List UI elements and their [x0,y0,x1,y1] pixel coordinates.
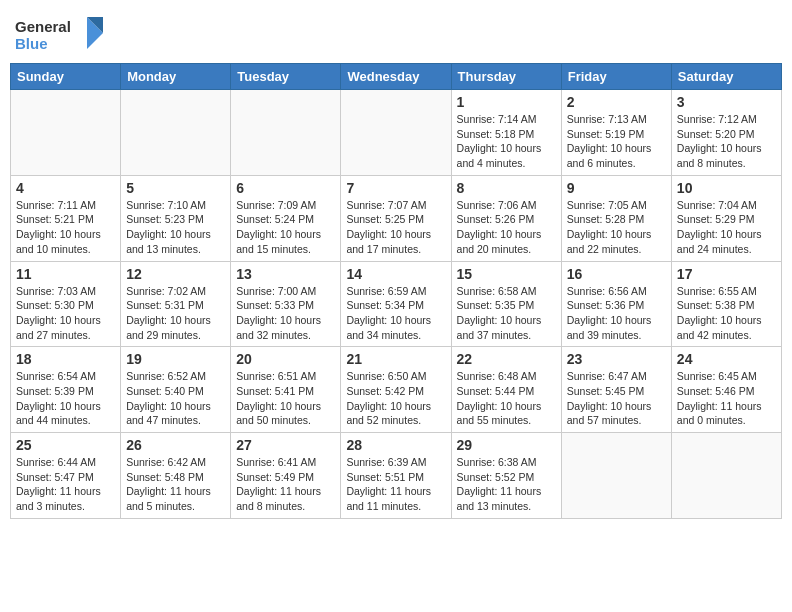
day-cell: 2Sunrise: 7:13 AM Sunset: 5:19 PM Daylig… [561,90,671,176]
day-cell: 10Sunrise: 7:04 AM Sunset: 5:29 PM Dayli… [671,175,781,261]
day-cell: 11Sunrise: 7:03 AM Sunset: 5:30 PM Dayli… [11,261,121,347]
day-cell: 12Sunrise: 7:02 AM Sunset: 5:31 PM Dayli… [121,261,231,347]
day-info: Sunrise: 7:06 AM Sunset: 5:26 PM Dayligh… [457,198,556,257]
day-number: 29 [457,437,556,453]
weekday-header-sunday: Sunday [11,64,121,90]
day-number: 13 [236,266,335,282]
day-cell: 17Sunrise: 6:55 AM Sunset: 5:38 PM Dayli… [671,261,781,347]
day-info: Sunrise: 6:48 AM Sunset: 5:44 PM Dayligh… [457,369,556,428]
day-number: 7 [346,180,445,196]
day-info: Sunrise: 7:10 AM Sunset: 5:23 PM Dayligh… [126,198,225,257]
weekday-header-row: SundayMondayTuesdayWednesdayThursdayFrid… [11,64,782,90]
day-cell: 25Sunrise: 6:44 AM Sunset: 5:47 PM Dayli… [11,433,121,519]
day-cell [561,433,671,519]
logo-svg: GeneralBlue [15,15,105,55]
weekday-header-saturday: Saturday [671,64,781,90]
day-cell: 26Sunrise: 6:42 AM Sunset: 5:48 PM Dayli… [121,433,231,519]
day-info: Sunrise: 7:02 AM Sunset: 5:31 PM Dayligh… [126,284,225,343]
day-cell: 24Sunrise: 6:45 AM Sunset: 5:46 PM Dayli… [671,347,781,433]
day-cell: 19Sunrise: 6:52 AM Sunset: 5:40 PM Dayli… [121,347,231,433]
day-cell: 14Sunrise: 6:59 AM Sunset: 5:34 PM Dayli… [341,261,451,347]
weekday-header-wednesday: Wednesday [341,64,451,90]
day-info: Sunrise: 6:55 AM Sunset: 5:38 PM Dayligh… [677,284,776,343]
day-cell [231,90,341,176]
day-number: 15 [457,266,556,282]
calendar: SundayMondayTuesdayWednesdayThursdayFrid… [10,63,782,519]
day-number: 17 [677,266,776,282]
day-info: Sunrise: 6:51 AM Sunset: 5:41 PM Dayligh… [236,369,335,428]
day-info: Sunrise: 6:39 AM Sunset: 5:51 PM Dayligh… [346,455,445,514]
day-info: Sunrise: 7:07 AM Sunset: 5:25 PM Dayligh… [346,198,445,257]
day-number: 28 [346,437,445,453]
svg-text:General: General [15,18,71,35]
day-number: 12 [126,266,225,282]
day-number: 2 [567,94,666,110]
day-number: 22 [457,351,556,367]
day-cell: 4Sunrise: 7:11 AM Sunset: 5:21 PM Daylig… [11,175,121,261]
day-cell: 18Sunrise: 6:54 AM Sunset: 5:39 PM Dayli… [11,347,121,433]
day-cell: 20Sunrise: 6:51 AM Sunset: 5:41 PM Dayli… [231,347,341,433]
day-info: Sunrise: 7:12 AM Sunset: 5:20 PM Dayligh… [677,112,776,171]
day-info: Sunrise: 6:45 AM Sunset: 5:46 PM Dayligh… [677,369,776,428]
week-row-2: 4Sunrise: 7:11 AM Sunset: 5:21 PM Daylig… [11,175,782,261]
day-cell: 23Sunrise: 6:47 AM Sunset: 5:45 PM Dayli… [561,347,671,433]
day-number: 4 [16,180,115,196]
day-info: Sunrise: 6:47 AM Sunset: 5:45 PM Dayligh… [567,369,666,428]
week-row-5: 25Sunrise: 6:44 AM Sunset: 5:47 PM Dayli… [11,433,782,519]
day-number: 6 [236,180,335,196]
day-cell: 9Sunrise: 7:05 AM Sunset: 5:28 PM Daylig… [561,175,671,261]
day-cell: 15Sunrise: 6:58 AM Sunset: 5:35 PM Dayli… [451,261,561,347]
day-number: 1 [457,94,556,110]
day-number: 24 [677,351,776,367]
day-cell: 27Sunrise: 6:41 AM Sunset: 5:49 PM Dayli… [231,433,341,519]
day-info: Sunrise: 6:59 AM Sunset: 5:34 PM Dayligh… [346,284,445,343]
weekday-header-tuesday: Tuesday [231,64,341,90]
week-row-1: 1Sunrise: 7:14 AM Sunset: 5:18 PM Daylig… [11,90,782,176]
day-number: 16 [567,266,666,282]
day-info: Sunrise: 7:09 AM Sunset: 5:24 PM Dayligh… [236,198,335,257]
day-cell: 21Sunrise: 6:50 AM Sunset: 5:42 PM Dayli… [341,347,451,433]
day-number: 9 [567,180,666,196]
day-cell: 29Sunrise: 6:38 AM Sunset: 5:52 PM Dayli… [451,433,561,519]
day-info: Sunrise: 6:42 AM Sunset: 5:48 PM Dayligh… [126,455,225,514]
day-number: 14 [346,266,445,282]
day-number: 21 [346,351,445,367]
day-cell [11,90,121,176]
day-number: 11 [16,266,115,282]
day-info: Sunrise: 7:14 AM Sunset: 5:18 PM Dayligh… [457,112,556,171]
day-number: 26 [126,437,225,453]
day-number: 8 [457,180,556,196]
day-number: 10 [677,180,776,196]
day-cell: 8Sunrise: 7:06 AM Sunset: 5:26 PM Daylig… [451,175,561,261]
day-cell: 13Sunrise: 7:00 AM Sunset: 5:33 PM Dayli… [231,261,341,347]
day-number: 20 [236,351,335,367]
day-number: 19 [126,351,225,367]
svg-text:Blue: Blue [15,35,48,52]
day-info: Sunrise: 6:44 AM Sunset: 5:47 PM Dayligh… [16,455,115,514]
day-cell: 5Sunrise: 7:10 AM Sunset: 5:23 PM Daylig… [121,175,231,261]
day-number: 5 [126,180,225,196]
week-row-4: 18Sunrise: 6:54 AM Sunset: 5:39 PM Dayli… [11,347,782,433]
day-info: Sunrise: 6:38 AM Sunset: 5:52 PM Dayligh… [457,455,556,514]
day-info: Sunrise: 6:56 AM Sunset: 5:36 PM Dayligh… [567,284,666,343]
day-cell [341,90,451,176]
day-info: Sunrise: 7:04 AM Sunset: 5:29 PM Dayligh… [677,198,776,257]
day-info: Sunrise: 6:54 AM Sunset: 5:39 PM Dayligh… [16,369,115,428]
day-info: Sunrise: 7:03 AM Sunset: 5:30 PM Dayligh… [16,284,115,343]
day-info: Sunrise: 7:11 AM Sunset: 5:21 PM Dayligh… [16,198,115,257]
week-row-3: 11Sunrise: 7:03 AM Sunset: 5:30 PM Dayli… [11,261,782,347]
day-cell: 1Sunrise: 7:14 AM Sunset: 5:18 PM Daylig… [451,90,561,176]
day-number: 18 [16,351,115,367]
day-info: Sunrise: 6:52 AM Sunset: 5:40 PM Dayligh… [126,369,225,428]
weekday-header-thursday: Thursday [451,64,561,90]
day-info: Sunrise: 6:41 AM Sunset: 5:49 PM Dayligh… [236,455,335,514]
day-number: 23 [567,351,666,367]
day-number: 25 [16,437,115,453]
day-info: Sunrise: 6:58 AM Sunset: 5:35 PM Dayligh… [457,284,556,343]
day-cell: 3Sunrise: 7:12 AM Sunset: 5:20 PM Daylig… [671,90,781,176]
day-cell [121,90,231,176]
day-cell: 22Sunrise: 6:48 AM Sunset: 5:44 PM Dayli… [451,347,561,433]
header: GeneralBlue [10,10,782,55]
logo: GeneralBlue [15,15,105,55]
weekday-header-friday: Friday [561,64,671,90]
